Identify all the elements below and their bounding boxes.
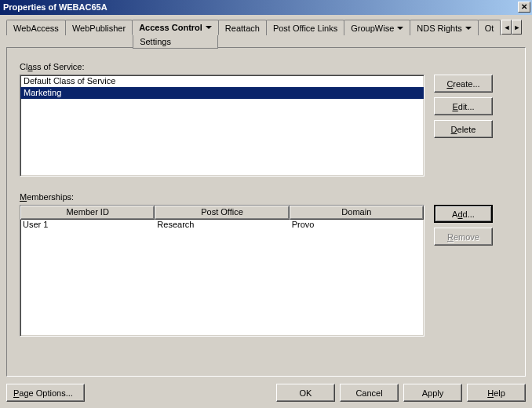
tab-scroll-nav: ◄ ► xyxy=(501,20,522,35)
cos-item-default[interactable]: Default Class of Service xyxy=(20,75,424,87)
memberships-grid[interactable]: Member ID Post Office Domain User 1 Rese… xyxy=(20,205,425,337)
chevron-down-icon xyxy=(397,27,403,30)
add-button[interactable]: Add... xyxy=(434,205,493,223)
tab-reattach[interactable]: Reattach xyxy=(218,20,267,35)
col-domain[interactable]: Domain xyxy=(290,206,424,220)
cell-post-office: Research xyxy=(155,220,289,231)
class-of-service-list[interactable]: Default Class of Service Marketing xyxy=(20,75,425,177)
tab-webpublisher[interactable]: WebPublisher xyxy=(65,20,133,35)
memberships-label: Memberships: xyxy=(20,192,512,202)
col-member-id[interactable]: Member ID xyxy=(20,206,155,220)
tab-groupwise[interactable]: GroupWise xyxy=(344,20,410,35)
apply-button[interactable]: Apply xyxy=(403,384,462,402)
spacer xyxy=(89,384,271,402)
help-button[interactable]: Help xyxy=(467,384,526,402)
chevron-down-icon xyxy=(465,27,472,30)
tab-scroll-left-button[interactable]: ◄ xyxy=(501,20,512,35)
tab-post-office-links[interactable]: Post Office Links xyxy=(266,20,344,35)
create-button[interactable]: Create... xyxy=(434,75,493,93)
page-options-button[interactable]: Page Options... xyxy=(6,384,85,402)
close-icon[interactable]: ✕ xyxy=(518,2,530,13)
tab-access-control[interactable]: Access Control Settings xyxy=(132,20,219,35)
tab-other-truncated[interactable]: Ot xyxy=(478,20,501,35)
dialog-button-bar: Page Options... OK Cancel Apply Help xyxy=(6,384,526,402)
membership-buttons: Add... Remove xyxy=(434,205,493,337)
window-title: Properties of WEBAC65A xyxy=(3,2,107,12)
tab-access-control-sub[interactable]: Settings xyxy=(133,35,218,49)
chevron-down-icon xyxy=(206,26,212,29)
cell-domain: Provo xyxy=(290,220,424,231)
edit-button[interactable]: Edit... xyxy=(434,97,493,115)
cos-item-marketing[interactable]: Marketing xyxy=(20,87,424,99)
tab-panel: Class of Service: Default Class of Servi… xyxy=(6,47,526,377)
class-of-service-area: Default Class of Service Marketing Creat… xyxy=(20,75,512,177)
cell-member-id: User 1 xyxy=(20,220,155,231)
col-post-office[interactable]: Post Office xyxy=(155,206,289,220)
table-row[interactable]: User 1 Research Provo xyxy=(20,220,424,231)
tab-strip: WebAccess WebPublisher Access Control Se… xyxy=(6,20,526,48)
grid-header-row: Member ID Post Office Domain xyxy=(20,206,424,220)
class-of-service-label: Class of Service: xyxy=(20,62,512,71)
tab-scroll-right-button[interactable]: ► xyxy=(512,20,522,35)
title-bar: Properties of WEBAC65A ✕ xyxy=(0,0,532,15)
cos-buttons: Create... Edit... Delete xyxy=(434,75,493,177)
remove-button: Remove xyxy=(434,228,493,246)
dialog-content: WebAccess WebPublisher Access Control Se… xyxy=(0,15,532,408)
ok-button[interactable]: OK xyxy=(276,384,335,402)
tab-webaccess[interactable]: WebAccess xyxy=(6,20,66,35)
cancel-button[interactable]: Cancel xyxy=(340,384,399,402)
memberships-area: Member ID Post Office Domain User 1 Rese… xyxy=(20,205,512,337)
tab-nds-rights[interactable]: NDS Rights xyxy=(410,20,478,35)
delete-button[interactable]: Delete xyxy=(434,120,493,138)
